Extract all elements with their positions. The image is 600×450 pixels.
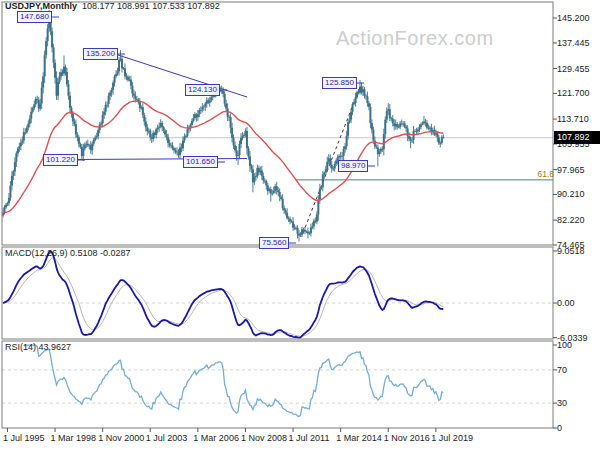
price-annotation-label: 124.130 (185, 84, 220, 96)
bar-high: 108.991 (117, 1, 150, 11)
symbol-timeframe: USDJPY,Monthly (5, 1, 77, 11)
price-annotation-label: 125.850 (322, 77, 357, 89)
trendline (74, 159, 247, 160)
price-annotation-label: 75.560 (259, 237, 289, 249)
svg-text:1 Mar 1998: 1 Mar 1998 (51, 433, 97, 443)
svg-text:0: 0 (557, 423, 562, 433)
svg-text:1 Nov 2008: 1 Nov 2008 (241, 433, 287, 443)
svg-text:100: 100 (557, 340, 572, 350)
svg-text:82.220: 82.220 (557, 215, 585, 225)
price-axis: 145.200137.445129.455121.700113.710105.9… (553, 13, 590, 433)
svg-text:1 Mar 2014: 1 Mar 2014 (336, 433, 382, 443)
svg-text:1 Nov 2000: 1 Nov 2000 (98, 433, 144, 443)
bar-close: 107.892 (187, 1, 220, 11)
svg-text:129.455: 129.455 (557, 64, 590, 74)
macd-panel-title: MACD(12,26,9) 0.5108 -0.0287 (5, 248, 131, 258)
svg-text:97.965: 97.965 (557, 165, 585, 175)
svg-text:137.445: 137.445 (557, 38, 590, 48)
fibonacci-61.8-label: 61.8 (534, 169, 554, 179)
svg-text:1 Mar 2006: 1 Mar 2006 (193, 433, 239, 443)
bar-open: 108.177 (82, 1, 115, 11)
current-price-tag: 107.892 (554, 131, 600, 144)
svg-text:1 Jul 2011: 1 Jul 2011 (289, 433, 330, 443)
watermark: ActionForex.com (336, 27, 494, 50)
macd-main-line (3, 251, 443, 338)
chart-title: USDJPY,Monthly 108.177 108.991 107.533 1… (5, 1, 220, 11)
rsi-line (24, 345, 444, 416)
macd-label: MACD(12,26,9) (5, 248, 68, 258)
svg-text:1 Jul 1995: 1 Jul 1995 (3, 433, 45, 443)
rsi-panel (2, 345, 553, 416)
svg-text:0.00: 0.00 (557, 298, 575, 308)
bar-low: 107.533 (152, 1, 185, 11)
chart-canvas: 145.200137.445129.455121.700113.710105.9… (0, 0, 600, 450)
svg-text:9.0518: 9.0518 (557, 246, 585, 256)
macd-panel (2, 251, 553, 338)
svg-text:1 Jul 2019: 1 Jul 2019 (431, 433, 473, 443)
svg-text:30: 30 (557, 398, 567, 408)
chart-window: ActionForex.com 145.200137.445129.455121… (0, 0, 600, 450)
price-annotation-label: 101.650 (183, 156, 218, 168)
panel-border (2, 341, 553, 428)
rsi-label: RSI(14) (5, 342, 36, 352)
macd-signal-line (3, 258, 443, 337)
price-annotation-label: 135.200 (83, 48, 118, 60)
price-annotation-label: 101.220 (43, 154, 78, 166)
price-annotation-label: 98.970 (338, 160, 368, 172)
price-annotation-label: 147.680 (17, 11, 52, 23)
panel-border (2, 247, 553, 339)
macd-values: 0.5108 -0.0287 (70, 248, 131, 258)
svg-text:70: 70 (557, 365, 567, 375)
svg-text:90.210: 90.210 (557, 189, 585, 199)
svg-text:121.700: 121.700 (557, 88, 590, 98)
svg-text:145.200: 145.200 (557, 13, 590, 23)
rsi-values: 43.9627 (39, 342, 72, 352)
time-axis: 1 Jul 19951 Mar 19981 Nov 20001 Jul 2003… (3, 428, 473, 443)
svg-text:1 Nov 2016: 1 Nov 2016 (384, 433, 430, 443)
rsi-panel-title: RSI(14) 43.9627 (5, 342, 71, 352)
svg-text:113.710: 113.710 (557, 114, 589, 124)
svg-text:1 Jul 2003: 1 Jul 2003 (146, 433, 188, 443)
